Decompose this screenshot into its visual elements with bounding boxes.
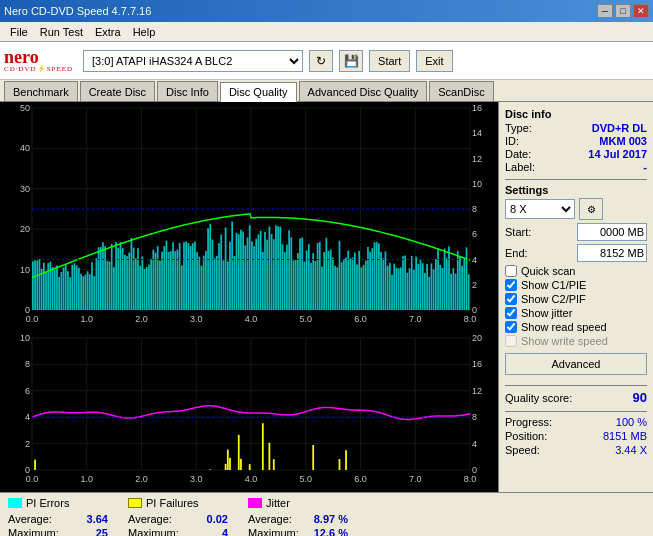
pi-avg-row: Average: 3.64 — [8, 513, 108, 525]
speed-row-quality: Speed: 3.44 X — [505, 444, 647, 456]
pi-failures-color — [128, 498, 142, 508]
pif-avg-val: 0.02 — [207, 513, 228, 525]
nero-logo-text: nero — [4, 48, 73, 66]
speed-select[interactable]: 8 X 4 X 6 X 12 X 16 X — [505, 199, 575, 219]
exit-button[interactable]: Exit — [416, 50, 452, 72]
menu-extra[interactable]: Extra — [89, 24, 127, 40]
tab-create-disc[interactable]: Create Disc — [80, 81, 155, 101]
pif-avg-row: Average: 0.02 — [128, 513, 228, 525]
quality-score-value: 90 — [633, 390, 647, 405]
show-write-speed-row: Show write speed — [505, 335, 647, 347]
separator-2 — [505, 385, 647, 386]
jitter-avg-label: Average: — [248, 513, 292, 525]
pi-failures-label: PI Failures — [146, 497, 199, 509]
close-button[interactable]: ✕ — [633, 4, 649, 18]
title-bar-controls: ─ □ ✕ — [597, 4, 649, 18]
pif-max-label: Maximum: — [128, 527, 179, 536]
show-c1-row: Show C1/PIE — [505, 279, 647, 291]
jitter-avg-val: 8.97 % — [314, 513, 348, 525]
refresh-icon-button[interactable]: ↻ — [309, 50, 333, 72]
tab-disc-info[interactable]: Disc Info — [157, 81, 218, 101]
jitter-avg-row: Average: 8.97 % — [248, 513, 348, 525]
start-button[interactable]: Start — [369, 50, 410, 72]
progress-label: Progress: — [505, 416, 552, 428]
position-row: Position: 8151 MB — [505, 430, 647, 442]
title-bar-text: Nero CD-DVD Speed 4.7.7.16 — [4, 5, 151, 17]
progress-section: Progress: 100 % Position: 8151 MB Speed:… — [505, 416, 647, 456]
pif-avg-label: Average: — [128, 513, 172, 525]
jitter-color — [248, 498, 262, 508]
show-c1-label: Show C1/PIE — [521, 279, 586, 291]
pi-errors-group: PI Errors Average: 3.64 Maximum: 25 Tota… — [8, 497, 108, 536]
pi-max-val: 25 — [96, 527, 108, 536]
nero-sub-text: CD·DVD⚡SPEED — [4, 66, 73, 73]
pi-max-row: Maximum: 25 — [8, 527, 108, 536]
start-label: Start: — [505, 226, 531, 238]
progress-value: 100 % — [616, 416, 647, 428]
upper-chart-canvas — [0, 102, 498, 332]
pi-errors-color — [8, 498, 22, 508]
date-row: Date: 14 Jul 2017 — [505, 148, 647, 160]
show-read-speed-checkbox[interactable] — [505, 321, 517, 333]
lower-chart — [0, 332, 498, 492]
speed-value: 3.44 X — [615, 444, 647, 456]
speed-row: 8 X 4 X 6 X 12 X 16 X ⚙ — [505, 198, 647, 220]
position-label: Position: — [505, 430, 547, 442]
show-read-speed-row: Show read speed — [505, 321, 647, 333]
id-row: ID: MKM 003 — [505, 135, 647, 147]
show-jitter-checkbox[interactable] — [505, 307, 517, 319]
id-value: MKM 003 — [599, 135, 647, 147]
quick-scan-checkbox[interactable] — [505, 265, 517, 277]
show-c2-checkbox[interactable] — [505, 293, 517, 305]
disc-label-value: - — [643, 161, 647, 173]
jitter-group: Jitter Average: 8.97 % Maximum: 12.6 % P… — [248, 497, 348, 536]
jitter-max-row: Maximum: 12.6 % — [248, 527, 348, 536]
quick-scan-label: Quick scan — [521, 265, 575, 277]
settings-section: Settings 8 X 4 X 6 X 12 X 16 X ⚙ Start: … — [505, 184, 647, 379]
type-value: DVD+R DL — [592, 122, 647, 134]
show-read-speed-label: Show read speed — [521, 321, 607, 333]
drive-select[interactable]: [3:0] ATAPI iHAS324 A BLC2 — [83, 50, 303, 72]
advanced-button[interactable]: Advanced — [505, 353, 647, 375]
maximize-button[interactable]: □ — [615, 4, 631, 18]
upper-chart — [0, 102, 498, 332]
show-jitter-row: Show jitter — [505, 307, 647, 319]
menu-run-test[interactable]: Run Test — [34, 24, 89, 40]
show-c2-row: Show C2/PIF — [505, 293, 647, 305]
right-panel: Disc info Type: DVD+R DL ID: MKM 003 Dat… — [498, 102, 653, 492]
pi-errors-label: PI Errors — [26, 497, 69, 509]
nero-logo-area: nero CD·DVD⚡SPEED — [4, 48, 73, 73]
pi-errors-legend: PI Errors — [8, 497, 108, 509]
settings-gear-icon[interactable]: ⚙ — [579, 198, 603, 220]
show-write-speed-checkbox — [505, 335, 517, 347]
tab-advanced-disc-quality[interactable]: Advanced Disc Quality — [299, 81, 428, 101]
save-icon-button[interactable]: 💾 — [339, 50, 363, 72]
end-field[interactable] — [577, 244, 647, 262]
jitter-legend: Jitter — [248, 497, 348, 509]
menu-file[interactable]: File — [4, 24, 34, 40]
app-title: Nero CD-DVD Speed 4.7.7.16 — [4, 5, 151, 17]
date-value: 14 Jul 2017 — [588, 148, 647, 160]
tab-bar: Benchmark Create Disc Disc Info Disc Qua… — [0, 80, 653, 102]
label-row: Label: - — [505, 161, 647, 173]
start-field[interactable] — [577, 223, 647, 241]
settings-label: Settings — [505, 184, 647, 196]
menu-bar: File Run Test Extra Help — [0, 22, 653, 42]
tab-benchmark[interactable]: Benchmark — [4, 81, 78, 101]
main-content: Disc info Type: DVD+R DL ID: MKM 003 Dat… — [0, 102, 653, 492]
pi-avg-val: 3.64 — [87, 513, 108, 525]
show-jitter-label: Show jitter — [521, 307, 572, 319]
jitter-max-label: Maximum: — [248, 527, 299, 536]
menu-help[interactable]: Help — [127, 24, 162, 40]
minimize-button[interactable]: ─ — [597, 4, 613, 18]
progress-row: Progress: 100 % — [505, 416, 647, 428]
tab-disc-quality[interactable]: Disc Quality — [220, 82, 297, 102]
position-value: 8151 MB — [603, 430, 647, 442]
disc-info-section: Disc info Type: DVD+R DL ID: MKM 003 Dat… — [505, 108, 647, 173]
tab-scan-disc[interactable]: ScanDisc — [429, 81, 493, 101]
show-c1-checkbox[interactable] — [505, 279, 517, 291]
jitter-max-val: 12.6 % — [314, 527, 348, 536]
separator-1 — [505, 179, 647, 180]
end-label: End: — [505, 247, 528, 259]
pi-avg-label: Average: — [8, 513, 52, 525]
